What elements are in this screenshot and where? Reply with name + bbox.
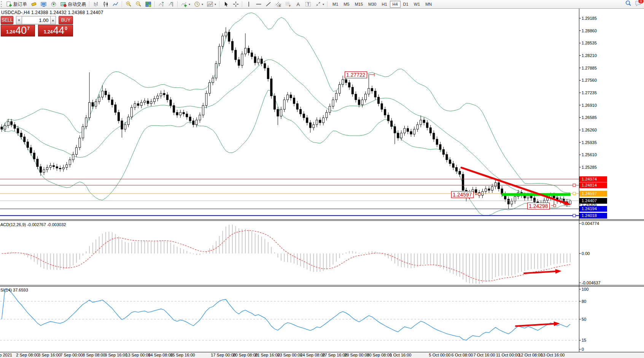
rsi-label: SI(14) 37.6593 <box>0 288 28 292</box>
time-axis-label: 13 Oct 16:00 <box>541 353 565 357</box>
history-center-button[interactable] <box>29 0 39 8</box>
volume-decrease-button[interactable]: ▼ <box>16 16 22 24</box>
time-axis-label: 11 Oct 00:00 <box>496 353 520 357</box>
candlestick-mode-button[interactable] <box>101 0 111 8</box>
line-chart-mode-button[interactable] <box>111 0 121 8</box>
price-marker-label: 1.24018 <box>579 213 607 219</box>
zoom-in-button[interactable] <box>124 0 134 8</box>
toolbar-grip[interactable] <box>1 1 3 7</box>
text-icon: A <box>295 1 301 7</box>
crosshair-tool-button[interactable] <box>231 0 241 8</box>
timeframe-H4[interactable]: H4 <box>390 1 401 8</box>
time-axis-label: 9 Sep 16:00 <box>105 353 127 357</box>
timeframe-M5[interactable]: M5 <box>341 1 352 8</box>
buy-price-display[interactable]: 1.24 44 0 <box>38 25 73 36</box>
chart-ohlc-title: USDCAD-,H4 1.24388 1.24432 1.24368 1.244… <box>1 10 103 15</box>
svg-text:A: A <box>297 2 300 7</box>
price-tick: 1.27560 <box>582 78 608 83</box>
market-watch-button[interactable] <box>39 0 49 8</box>
autotrading-icon <box>60 1 67 7</box>
macd-label: ACD(12,26,9) -0.002767 -0.003032 <box>0 222 66 227</box>
arrows-tool-button[interactable]: ▾ <box>313 0 326 8</box>
price-tick: 1.25935 <box>582 140 608 145</box>
macd-axis-label: -0.004637 <box>582 280 601 285</box>
price-callout-label[interactable]: 1.27722 <box>345 71 367 78</box>
price-marker-label: 1.24194 <box>579 206 607 212</box>
trendline-tool-button[interactable] <box>264 0 274 8</box>
channel-tool-button[interactable]: E <box>274 0 283 8</box>
notifications-button[interactable]: 1 <box>635 0 642 8</box>
price-tick: 1.26260 <box>582 127 608 133</box>
zoom-out-icon <box>135 1 142 7</box>
price-tick: 1.25285 <box>582 165 608 170</box>
timeframe-H1[interactable]: H1 <box>379 1 390 8</box>
timeframe-M15[interactable]: M15 <box>352 1 366 8</box>
svg-text:T: T <box>307 2 310 6</box>
rsi-axis-label: 15 <box>582 337 586 343</box>
text-label-tool-button[interactable]: T <box>303 0 313 8</box>
one-click-trading-panel: SELL ▼ ▲ BUY 1.24 40 7 1.24 44 0 <box>1 16 73 36</box>
indicators-button[interactable]: ▾ <box>179 0 192 8</box>
chart-shift-icon <box>168 1 174 7</box>
signal-icon <box>51 1 57 7</box>
time-axis-label: 20 Sep 08:00 <box>233 353 258 357</box>
sell-button[interactable]: SELL <box>1 16 13 24</box>
periods-button[interactable]: ▾ <box>192 0 205 8</box>
autotrading-button[interactable]: 自动交易 <box>59 0 88 8</box>
auto-scroll-button[interactable] <box>156 0 166 8</box>
timeframe-W1[interactable]: W1 <box>411 1 423 8</box>
price-marker-label: 1.24814 <box>579 182 607 188</box>
timeframe-M1[interactable]: M1 <box>330 1 341 8</box>
macd-axis-label: 0.004774 <box>582 221 599 226</box>
svg-text:F: F <box>289 5 291 7</box>
rsi-axis-label: 100 <box>582 287 588 292</box>
timeframe-M30[interactable]: M30 <box>366 1 379 8</box>
auto-scroll-icon <box>158 1 164 7</box>
sell-price-display[interactable]: 1.24 40 7 <box>1 25 35 36</box>
rsi-axis-label: 0 <box>582 347 584 352</box>
template-icon <box>207 1 213 7</box>
vertical-line-tool-button[interactable] <box>244 0 254 8</box>
time-axis-label: 14 Sep 08:00 <box>148 353 173 357</box>
toolbar-separator <box>327 1 328 7</box>
navigator-button[interactable] <box>49 0 59 8</box>
timeframe-D1[interactable]: D1 <box>401 1 411 8</box>
time-axis-label: 7 Oct 16:00 <box>474 353 495 357</box>
time-axis-label: 15 Sep 16:00 <box>170 353 195 357</box>
equidistant-channel-icon: E <box>275 1 281 7</box>
dropdown-caret-icon: ▾ <box>323 3 324 6</box>
volume-input[interactable] <box>22 16 50 24</box>
time-axis-label: 6 Oct 08:00 <box>452 353 473 357</box>
time-axis-label: 17 Sep 00:00 <box>211 353 235 357</box>
new-order-button[interactable]: 新订单 <box>4 0 29 8</box>
chart-shift-button[interactable] <box>166 0 176 8</box>
tile-windows-button[interactable] <box>143 0 153 8</box>
clock-icon <box>194 1 200 7</box>
toolbar: 新订单 自动交易 <box>0 0 644 9</box>
main-chart-canvas[interactable] <box>0 0 644 358</box>
buy-button[interactable]: BUY <box>59 16 73 24</box>
time-axis-label: 23 Sep 00:00 <box>277 353 302 357</box>
toolbar-separator <box>122 1 122 7</box>
time-axis-label: ep 2021 <box>0 353 12 357</box>
bar-chart-icon <box>93 1 99 7</box>
cursor-tool-button[interactable] <box>221 0 231 8</box>
time-axis-label: 30 Sep 08:00 <box>367 353 391 357</box>
volume-increase-button[interactable]: ▲ <box>50 16 56 24</box>
zoom-out-button[interactable] <box>134 0 143 8</box>
timeframe-MN[interactable]: MN <box>423 1 434 8</box>
time-axis-label: 12 Oct 08:00 <box>519 353 543 357</box>
horizontal-line-tool-button[interactable] <box>254 0 264 8</box>
sell-price-pip: 7 <box>27 26 30 31</box>
vertical-line-icon <box>246 1 252 7</box>
price-callout-label[interactable]: 1.24298 <box>527 203 550 209</box>
bar-chart-mode-button[interactable] <box>91 0 101 8</box>
price-callout-label[interactable]: 1.24597 <box>451 191 474 198</box>
fibonacci-tool-button[interactable]: F <box>283 0 293 8</box>
buy-price-prefix: 1.24 <box>44 29 52 35</box>
search-icon[interactable] <box>625 0 632 8</box>
text-tool-button[interactable]: A <box>293 0 303 8</box>
new-order-label: 新订单 <box>13 1 27 8</box>
templates-button[interactable]: ▾ <box>205 0 218 8</box>
horizontal-line-icon <box>256 1 262 7</box>
